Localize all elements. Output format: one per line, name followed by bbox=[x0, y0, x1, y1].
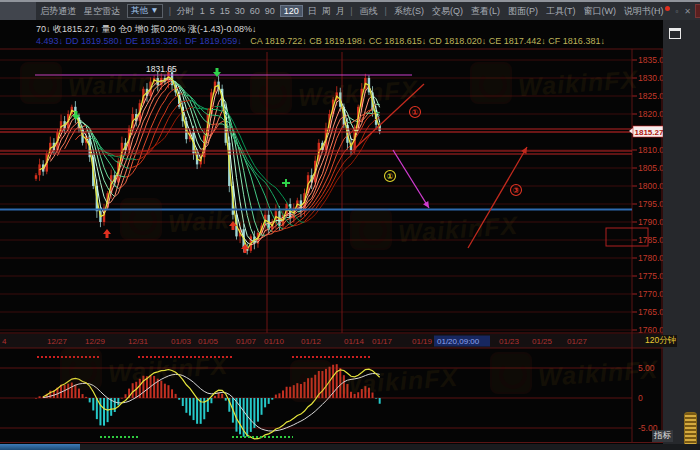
period-button-15[interactable]: 15 bbox=[220, 6, 230, 16]
circle-number: ① bbox=[412, 108, 419, 117]
macd-histogram-bar bbox=[364, 386, 366, 398]
macd-histogram-bar bbox=[225, 398, 227, 401]
macd-histogram-bar bbox=[296, 383, 298, 398]
macd-histogram-bar bbox=[178, 398, 180, 400]
indicator-label[interactable]: 指标 bbox=[652, 430, 673, 442]
period-button-1[interactable]: 1 bbox=[200, 6, 205, 16]
macd-histogram-bar bbox=[379, 398, 381, 404]
ma-line bbox=[186, 95, 190, 96]
macd-histogram-bar bbox=[99, 398, 101, 425]
indicator-axis-label: 0 bbox=[638, 393, 643, 403]
restore-window-icon[interactable] bbox=[669, 28, 681, 39]
app-tab-0[interactable]: 启势通道 bbox=[40, 5, 76, 18]
macd-histogram-bar bbox=[289, 387, 291, 398]
macd-histogram-bar bbox=[321, 371, 323, 398]
macd-histogram-bar bbox=[125, 394, 127, 398]
quote-info-line2: 4.493↓ DD 1819.580↓ DE 1819.326↓ DF 1819… bbox=[36, 36, 605, 46]
macd-histogram-bar bbox=[182, 398, 184, 406]
macd-histogram-bar bbox=[117, 398, 119, 405]
date-label: 12/29 bbox=[85, 337, 106, 346]
macd-histogram-bar bbox=[343, 375, 345, 398]
candle-body bbox=[35, 175, 37, 179]
macd-histogram-bar bbox=[268, 398, 270, 404]
macd-histogram-bar bbox=[67, 384, 69, 398]
pane-icon-0[interactable]: ▫ bbox=[675, 7, 678, 16]
macd-histogram-bar bbox=[257, 398, 259, 422]
period-button-月[interactable]: 月 bbox=[336, 5, 345, 18]
separator: | bbox=[169, 6, 171, 16]
macd-histogram-bar bbox=[307, 378, 309, 398]
period-button-日[interactable]: 日 bbox=[308, 5, 317, 18]
minimize-button[interactable]: － bbox=[695, 4, 700, 18]
macd-histogram-bar bbox=[196, 398, 198, 424]
menu-item-1[interactable]: 交易(Q) bbox=[432, 5, 463, 18]
macd-histogram-bar bbox=[78, 389, 80, 398]
quote-info-bar: 70↓ 收1815.27↓ 量0 仓0 增0 振0.20% 涨(-1.43)-0… bbox=[0, 20, 663, 48]
period-button-周[interactable]: 周 bbox=[322, 5, 331, 18]
ma-line bbox=[219, 107, 223, 108]
macd-histogram-bar bbox=[375, 398, 377, 399]
other-dropdown[interactable]: 其他 ▼ bbox=[127, 4, 163, 18]
ma-line bbox=[215, 109, 219, 110]
macd-histogram-bar bbox=[164, 384, 166, 398]
date-label: 01/20,09:00 bbox=[437, 337, 480, 346]
macd-histogram-bar bbox=[354, 394, 356, 398]
high-price-label: 1831.65 bbox=[146, 64, 177, 74]
date-label: 01/05 bbox=[198, 337, 219, 346]
menu-item-5[interactable]: 窗口(W) bbox=[583, 5, 616, 18]
macd-histogram-bar bbox=[221, 394, 223, 398]
macd-histogram-bar bbox=[35, 398, 37, 399]
menu-item-6[interactable]: 说明书(H) bbox=[624, 5, 664, 18]
period-button-分时[interactable]: 分时 bbox=[177, 5, 195, 18]
macd-histogram-bar bbox=[167, 385, 169, 398]
macd-histogram-bar bbox=[175, 394, 177, 398]
quote-info-line1: 70↓ 收1815.27↓ 量0 仓0 增0 振0.20% 涨(-1.43)-0… bbox=[36, 23, 257, 36]
macd-histogram-bar bbox=[39, 396, 41, 398]
status-bar-blue-segment bbox=[0, 444, 80, 450]
menu-item-3[interactable]: 图面(P) bbox=[508, 5, 538, 18]
main-chart-canvas[interactable]: 1835.001830.001825.001820.001815.001810.… bbox=[0, 0, 700, 450]
menu-item-4[interactable]: 工具(T) bbox=[546, 5, 576, 18]
separator: | bbox=[350, 6, 352, 16]
current-price-text: 1815.27 bbox=[635, 128, 664, 137]
indicator-axis-label: 5.00 bbox=[638, 363, 655, 373]
macd-histogram-bar bbox=[339, 368, 341, 398]
macd-histogram-bar bbox=[336, 364, 338, 398]
macd-histogram-bar bbox=[189, 398, 191, 416]
ma-line bbox=[115, 156, 119, 157]
macd-histogram-bar bbox=[103, 398, 105, 426]
status-bar bbox=[0, 444, 700, 450]
period-label: 120分钟 bbox=[644, 335, 677, 347]
date-label: 01/12 bbox=[301, 337, 322, 346]
draw-line-button[interactable]: 画线 bbox=[360, 5, 378, 18]
period-button-5[interactable]: 5 bbox=[210, 6, 215, 16]
period-button-30[interactable]: 30 bbox=[235, 6, 245, 16]
period-button-90[interactable]: 90 bbox=[265, 6, 275, 16]
ma-line bbox=[287, 217, 291, 218]
macd-histogram-bar bbox=[64, 385, 66, 398]
menu-item-0[interactable]: 系统(S) bbox=[394, 5, 424, 18]
macd-histogram-bar bbox=[160, 381, 162, 398]
ma-line bbox=[254, 241, 258, 242]
circle-number: ③ bbox=[513, 186, 520, 195]
macd-histogram-bar bbox=[264, 398, 266, 407]
macd-histogram-bar bbox=[85, 397, 87, 398]
date-label: 12/31 bbox=[128, 337, 149, 346]
macd-histogram-bar bbox=[132, 383, 134, 398]
ma-line bbox=[283, 228, 287, 229]
circle-number: ① bbox=[387, 172, 394, 181]
macd-histogram-bar bbox=[121, 398, 123, 399]
period-button-60[interactable]: 60 bbox=[250, 6, 260, 16]
macd-histogram-bar bbox=[71, 383, 73, 398]
macd-histogram-bar bbox=[250, 398, 252, 432]
macd-histogram-bar bbox=[114, 398, 116, 412]
period-button-120[interactable]: 120 bbox=[280, 5, 303, 17]
macd-histogram-bar bbox=[361, 389, 363, 398]
macd-histogram-bar bbox=[74, 385, 76, 398]
app-tab-1[interactable]: 星空雷达 bbox=[84, 5, 120, 18]
pane-icon-1[interactable]: ✕ bbox=[684, 7, 691, 16]
date-label: 01/07 bbox=[236, 337, 257, 346]
ma-line bbox=[126, 176, 130, 177]
menu-item-2[interactable]: 查看(L) bbox=[471, 5, 500, 18]
macd-histogram-bar bbox=[350, 392, 352, 398]
